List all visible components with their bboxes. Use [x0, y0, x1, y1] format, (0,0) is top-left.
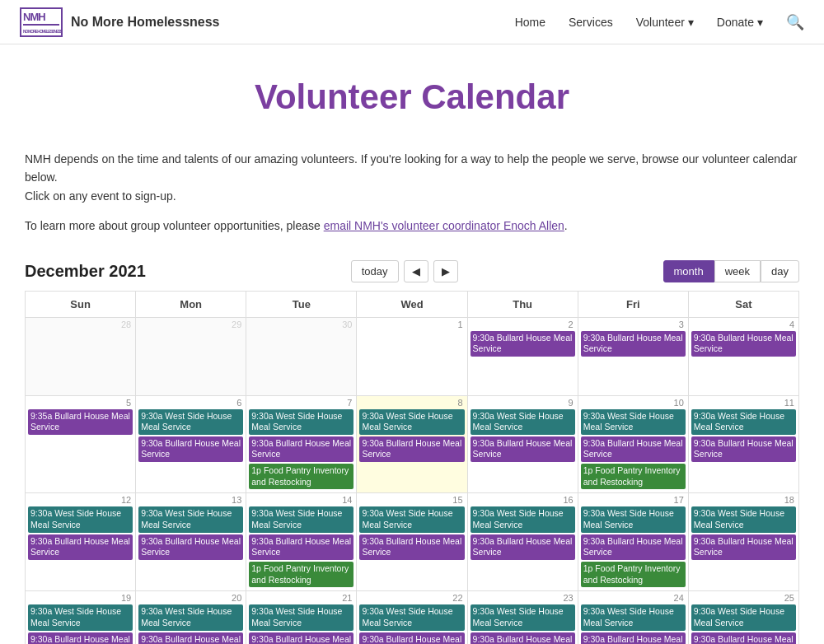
- svg-text:NMH: NMH: [23, 11, 45, 23]
- month-view-button[interactable]: month: [663, 260, 714, 282]
- calendar-month-label: December 2021: [25, 262, 146, 281]
- event-west-dec23[interactable]: 9:30a West Side House Meal Service: [471, 604, 575, 630]
- event-west-dec16[interactable]: 9:30a West Side House Meal Service: [471, 506, 575, 532]
- event-west-dec14[interactable]: 9:30a West Side House Meal Service: [249, 506, 353, 532]
- day-cell-dec18: 18 9:30a West Side House Meal Service 9:…: [688, 493, 798, 591]
- event-bullard-dec14[interactable]: 9:30a Bullard House Meal Service: [249, 534, 353, 560]
- table-row: 5 9:35a Bullard House Meal Service 6 9:3…: [26, 395, 799, 493]
- event-bullard-dec6[interactable]: 9:30a Bullard House Meal Service: [138, 436, 243, 462]
- event-bullard-dec20[interactable]: 9:30a Bullard House Meal Service: [138, 632, 243, 644]
- event-bullard-dec4[interactable]: 9:30a Bullard House Meal Service: [691, 331, 796, 357]
- day-cell-dec11: 11 9:30a West Side House Meal Service 9:…: [688, 395, 798, 493]
- event-bullard-dec23[interactable]: 9:30a Bullard House Meal Service: [471, 632, 575, 644]
- event-west-dec21[interactable]: 9:30a West Side House Meal Service: [249, 604, 353, 630]
- event-west-dec22[interactable]: 9:30a West Side House Meal Service: [359, 604, 464, 630]
- event-pantry-dec7[interactable]: 1p Food Pantry Inventory and Restocking: [249, 464, 353, 489]
- day-cell-dec12: 12 9:30a West Side House Meal Service 9:…: [26, 493, 136, 591]
- day-cell-dec5: 5 9:35a Bullard House Meal Service: [26, 395, 136, 493]
- event-bullard-dec24[interactable]: 9:30a Bullard House Meal Service: [581, 632, 686, 644]
- day-cell-dec2: 2 9:30a Bullard House Meal Service: [467, 317, 578, 395]
- event-bullard-dec7[interactable]: 9:30a Bullard House Meal Service: [249, 436, 353, 462]
- today-button[interactable]: today: [351, 260, 399, 282]
- event-bullard-dec12[interactable]: 9:30a Bullard House Meal Service: [28, 534, 133, 560]
- day-cell-dec21: 21 9:30a West Side House Meal Service 9:…: [246, 591, 357, 644]
- day-view-button[interactable]: day: [761, 260, 799, 282]
- page-title: Volunteer Calendar: [25, 77, 799, 117]
- event-bullard-dec3[interactable]: 9:30a Bullard House Meal Service: [581, 331, 686, 357]
- event-bullard-dec21[interactable]: 9:30a Bullard House Meal Service: [249, 632, 353, 644]
- day-cell-dec3: 3 9:30a Bullard House Meal Service: [578, 317, 688, 395]
- event-west-dec7[interactable]: 9:30a West Side House Meal Service: [249, 409, 353, 435]
- logo-box: NMH NO MORE HOMELESSNESS: [20, 7, 63, 37]
- table-row: 19 9:30a West Side House Meal Service 9:…: [26, 591, 799, 644]
- volunteer-coordinator-link[interactable]: email NMH's volunteer coordinator Enoch …: [324, 219, 564, 232]
- day-cell-dec4: 4 9:30a Bullard House Meal Service: [688, 317, 798, 395]
- event-west-dec10[interactable]: 9:30a West Side House Meal Service: [581, 409, 686, 435]
- event-west-dec8[interactable]: 9:30a West Side House Meal Service: [359, 409, 464, 435]
- next-button[interactable]: ▶: [433, 260, 458, 282]
- search-icon[interactable]: 🔍: [786, 13, 804, 31]
- event-west-dec11[interactable]: 9:30a West Side House Meal Service: [691, 409, 796, 435]
- logo-area: NMH NO MORE HOMELESSNESS No More Homeles…: [20, 7, 220, 37]
- day-cell-dec25: 25 9:30a West Side House Meal Service 9:…: [688, 591, 798, 644]
- event-bullard-dec13[interactable]: 9:30a Bullard House Meal Service: [138, 534, 243, 560]
- event-west-dec17[interactable]: 9:30a West Side House Meal Service: [581, 506, 686, 532]
- event-west-dec20[interactable]: 9:30a West Side House Meal Service: [138, 604, 243, 630]
- day-cell-dec19: 19 9:30a West Side House Meal Service 9:…: [26, 591, 136, 644]
- nav-home[interactable]: Home: [515, 16, 545, 29]
- event-west-dec19[interactable]: 9:30a West Side House Meal Service: [28, 604, 133, 630]
- prev-button[interactable]: ◀: [404, 260, 428, 282]
- event-bullard-dec16[interactable]: 9:30a Bullard House Meal Service: [471, 534, 575, 560]
- event-bullard-dec19[interactable]: 9:30a Bullard House Meal Service: [28, 632, 133, 644]
- col-sat: Sat: [688, 291, 798, 317]
- event-west-dec25[interactable]: 9:30a West Side House Meal Service: [691, 604, 796, 630]
- event-pantry-dec10[interactable]: 1p Food Pantry Inventory and Restocking: [581, 464, 686, 489]
- event-pantry-dec17[interactable]: 1p Food Pantry Inventory and Restocking: [581, 562, 686, 587]
- event-bullard-dec22[interactable]: 9:30a Bullard House Meal Service: [359, 632, 464, 644]
- event-west-dec15[interactable]: 9:30a West Side House Meal Service: [359, 506, 464, 532]
- event-pantry-dec14[interactable]: 1p Food Pantry Inventory and Restocking: [249, 562, 353, 587]
- day-cell-dec10: 10 9:30a West Side House Meal Service 9:…: [578, 395, 688, 493]
- event-bullard-dec5[interactable]: 9:35a Bullard House Meal Service: [28, 409, 133, 435]
- event-west-dec6[interactable]: 9:30a West Side House Meal Service: [138, 409, 243, 435]
- nav-services[interactable]: Services: [569, 16, 613, 29]
- nav-donate[interactable]: Donate ▾: [717, 16, 763, 29]
- nav-volunteer[interactable]: Volunteer ▾: [636, 16, 694, 29]
- day-cell-dec8: 8 9:30a West Side House Meal Service 9:3…: [357, 395, 467, 493]
- calendar-table: Sun Mon Tue Wed Thu Fri Sat 28 29 30: [25, 291, 799, 644]
- day-cell-dec16: 16 9:30a West Side House Meal Service 9:…: [467, 493, 578, 591]
- day-cell-dec13: 13 9:30a West Side House Meal Service 9:…: [136, 493, 246, 591]
- day-cell-dec14: 14 9:30a West Side House Meal Service 9:…: [246, 493, 357, 591]
- week-view-button[interactable]: week: [714, 260, 761, 282]
- event-bullard-dec10[interactable]: 9:30a Bullard House Meal Service: [581, 436, 686, 462]
- event-west-dec24[interactable]: 9:30a West Side House Meal Service: [581, 604, 686, 630]
- event-bullard-dec18[interactable]: 9:30a Bullard House Meal Service: [691, 534, 796, 560]
- col-mon: Mon: [136, 291, 246, 317]
- day-cell-dec23: 23 9:30a West Side House Meal Service 9:…: [467, 591, 578, 644]
- table-row: 28 29 30 1 2 9:30a Bullard House Meal Se…: [26, 317, 799, 395]
- svg-rect-2: [23, 24, 59, 26]
- day-cell-dec22: 22 9:30a West Side House Meal Service 9:…: [357, 591, 467, 644]
- event-bullard-dec17[interactable]: 9:30a Bullard House Meal Service: [581, 534, 686, 560]
- event-bullard-dec25[interactable]: 9:30a Bullard House Meal Service: [691, 632, 796, 644]
- day-cell-nov30: 30: [246, 317, 357, 395]
- col-sun: Sun: [26, 291, 136, 317]
- chevron-down-icon: ▾: [688, 16, 694, 29]
- day-cell-dec24: 24 9:30a West Side House Meal Service 9:…: [578, 591, 688, 644]
- col-tue: Tue: [246, 291, 357, 317]
- event-bullard-dec9[interactable]: 9:30a Bullard House Meal Service: [471, 436, 575, 462]
- site-name: No More Homelessness: [71, 15, 220, 30]
- event-west-dec9[interactable]: 9:30a West Side House Meal Service: [471, 409, 575, 435]
- event-west-dec12[interactable]: 9:30a West Side House Meal Service: [28, 506, 133, 532]
- event-bullard-dec11[interactable]: 9:30a Bullard House Meal Service: [691, 436, 796, 462]
- intro-paragraph-1: NMH depends on the time and talents of o…: [25, 150, 799, 205]
- event-west-dec13[interactable]: 9:30a West Side House Meal Service: [138, 506, 243, 532]
- day-cell-dec1: 1: [357, 317, 467, 395]
- event-bullard-dec8[interactable]: 9:30a Bullard House Meal Service: [359, 436, 464, 462]
- event-bullard-dec15[interactable]: 9:30a Bullard House Meal Service: [359, 534, 464, 560]
- view-buttons: month week day: [663, 260, 799, 282]
- event-bullard-dec2[interactable]: 9:30a Bullard House Meal Service: [471, 331, 575, 357]
- day-cell-dec6: 6 9:30a West Side House Meal Service 9:3…: [136, 395, 246, 493]
- col-thu: Thu: [467, 291, 578, 317]
- event-west-dec18[interactable]: 9:30a West Side House Meal Service: [691, 506, 796, 532]
